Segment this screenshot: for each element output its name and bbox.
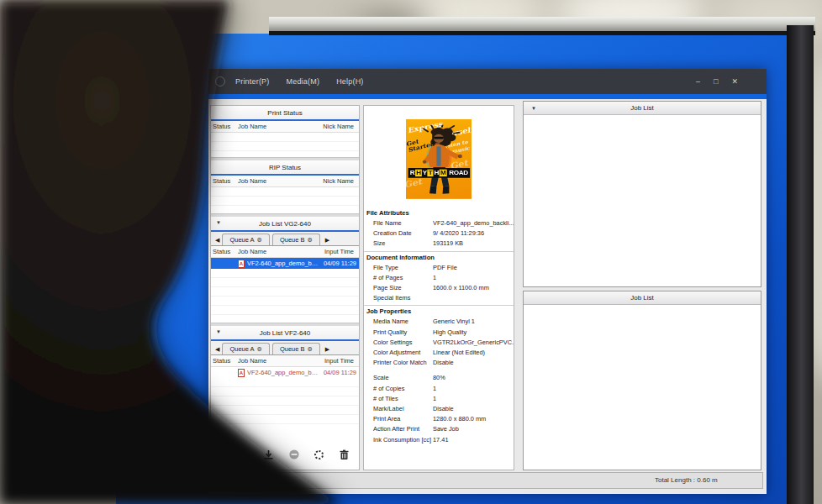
job-row-selected[interactable]: A VF2-640_app_demo_backlit_dp... 04/09 1… — [211, 258, 359, 269]
tab-next-icon[interactable]: ▶ — [323, 237, 332, 245]
window-content: Print Status Status Job Name Nick Name R… — [208, 99, 767, 494]
queue-tabs: ◀ Queue A ⚙ Queue B ⚙ ▶ — [211, 341, 359, 355]
info-row: Page Size1600.0 x 1100.0 mm — [364, 283, 514, 293]
info-label: Color Settings — [364, 338, 433, 348]
job-properties-title: Job Properties — [364, 305, 514, 317]
tab-queue-a[interactable]: Queue A ⚙ — [222, 234, 269, 245]
collapse-icon[interactable]: ▼ — [216, 220, 221, 225]
info-value: 1280.0 x 880.0 mm — [433, 414, 514, 424]
info-label: Size — [364, 239, 433, 249]
tab-queue-b[interactable]: Queue B ⚙ — [272, 343, 320, 354]
info-row: # of Copies1 — [364, 384, 514, 394]
column-nick-name: Nick Name — [315, 177, 359, 185]
job-details-panel: Express Yourself Listen to the music Get… — [363, 105, 514, 470]
info-row: Color SettingsVGTR2LkOrGr_GenericPVC... — [364, 338, 514, 348]
job-toolbar — [211, 444, 350, 465]
tab-label: Queue B — [280, 345, 305, 353]
info-value: 1 — [433, 394, 514, 404]
info-value: High Quality — [433, 328, 514, 338]
gear-icon[interactable]: ⚙ — [257, 237, 262, 244]
pause-job-icon[interactable] — [287, 449, 300, 461]
info-label: Print Quality — [364, 328, 433, 338]
job-list-header[interactable]: Job List — [524, 291, 761, 305]
tab-queue-b[interactable]: Queue B ⚙ — [272, 234, 320, 245]
gear-icon[interactable]: ⚙ — [307, 346, 312, 353]
tab-prev-icon[interactable]: ◀ — [213, 237, 222, 245]
menu-help[interactable]: Help(H) — [336, 77, 363, 86]
info-label: Ink Consumption [cc] — [364, 435, 433, 445]
menu-media[interactable]: Media(M) — [287, 77, 320, 86]
status-bar: Total Length : 0.60 m — [210, 472, 763, 489]
job-row-error[interactable]: A VF2-640_app_demo_backlit_dp... 04/09 1… — [211, 367, 359, 378]
column-status: Status — [211, 357, 238, 365]
info-value: Generic Vinyl 1 — [433, 317, 514, 327]
banner-letter: H — [434, 170, 439, 176]
info-row: Special Items — [364, 293, 514, 303]
input-time: 04/09 11:29 — [320, 369, 359, 376]
column-header-row: Status Job Name Nick Name — [211, 121, 359, 133]
section-title: Job List VF2-640 — [260, 329, 310, 337]
info-label: Printer Color Match — [364, 358, 433, 368]
banner-letter: M — [440, 170, 447, 176]
column-header-row: Status Job Name Nick Name — [211, 176, 359, 187]
info-value: Save Job — [433, 424, 514, 434]
gear-icon[interactable]: ⚙ — [307, 237, 312, 244]
info-value: PDF File — [433, 263, 514, 273]
job-list-vf2-header[interactable]: ▼ Job List VF2-640 — [211, 326, 359, 339]
info-label: Action After Print — [364, 424, 433, 434]
monitor-bezel-right — [787, 25, 814, 504]
info-value: Disable — [433, 358, 514, 368]
tab-label: Queue A — [229, 236, 254, 244]
info-label: Scale — [364, 373, 433, 383]
banner-letter: T — [428, 170, 434, 176]
job-name: VF2-640_app_demo_backlit_dp... — [247, 260, 320, 267]
info-value: 80% — [433, 373, 514, 383]
column-status: Status — [211, 123, 238, 130]
banner-letter: H — [415, 170, 422, 176]
job-list-empty-area[interactable] — [211, 378, 359, 427]
job-list-vg2-header[interactable]: ▼ Job List VG2-640 — [211, 217, 359, 230]
info-value: 193119 KB — [433, 239, 514, 249]
menu-printer[interactable]: Printer(P) — [235, 77, 270, 86]
banner-letter: Y — [423, 170, 427, 176]
info-label: Creation Date — [364, 228, 433, 239]
column-input-time: Input Time — [315, 357, 359, 365]
info-value — [433, 293, 514, 303]
info-row: Mark/LabelDisable — [364, 404, 514, 414]
info-label: Print Area — [364, 414, 433, 424]
section-title: RIP Status — [269, 164, 301, 171]
import-job-icon[interactable] — [262, 449, 275, 461]
job-list-empty-area[interactable] — [211, 269, 359, 323]
info-value: 1600.0 x 1100.0 mm — [433, 283, 514, 293]
minimize-button[interactable]: – — [696, 77, 700, 86]
column-header-row: Status Job Name Input Time — [211, 355, 359, 367]
rip-status-list[interactable] — [211, 187, 359, 213]
collapse-icon[interactable]: ▼ — [531, 106, 536, 111]
collapse-icon[interactable]: ▼ — [216, 329, 221, 334]
section-title: Print Status — [267, 109, 302, 117]
maximize-button[interactable]: □ — [714, 77, 718, 86]
column-job-name: Job Name — [238, 248, 315, 255]
column-status: Status — [211, 177, 238, 185]
process-job-icon[interactable] — [313, 449, 325, 461]
tab-label: Queue A — [229, 345, 254, 353]
print-status-list[interactable] — [211, 133, 359, 157]
info-value: Disable — [433, 404, 514, 414]
tab-queue-a[interactable]: Queue A ⚙ — [222, 343, 269, 354]
info-row: Ink Consumption [cc]17.41 — [364, 435, 514, 445]
job-list-panel-top: ▼ Job List 0 150 300 450 600 750 900 105… — [523, 101, 761, 287]
job-list-header[interactable]: ▼ Job List — [524, 102, 761, 115]
poster-artwork: Express Yourself Listen to the music Get… — [406, 119, 472, 199]
window-controls: – □ ✕ — [696, 69, 738, 94]
banner-word: ROAD — [449, 170, 468, 176]
rip-status-header: RIP Status — [211, 160, 359, 174]
tab-next-icon[interactable]: ▶ — [323, 346, 332, 354]
info-value: 17.41 — [433, 435, 514, 445]
delete-job-icon[interactable] — [338, 449, 350, 461]
tab-prev-icon[interactable]: ◀ — [213, 346, 222, 354]
gear-icon[interactable]: ⚙ — [257, 346, 262, 353]
panel-title: Job List — [630, 294, 654, 302]
info-row: Print QualityHigh Quality — [364, 328, 514, 338]
close-button[interactable]: ✕ — [731, 77, 738, 86]
info-label: # of Pages — [364, 273, 433, 283]
